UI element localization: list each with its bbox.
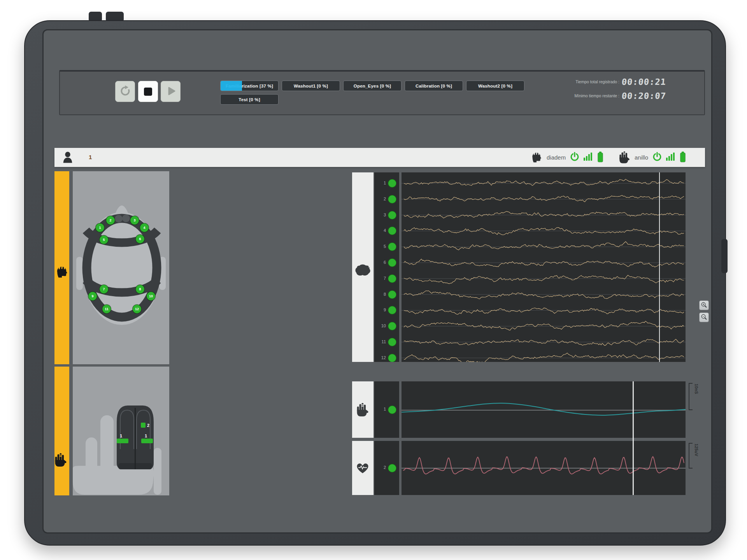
channel-number: 9: [374, 307, 386, 312]
user-count: 1: [89, 154, 92, 160]
channel-number: 1: [374, 181, 386, 185]
eeg-trace: [404, 195, 684, 202]
eeg-trace: [404, 275, 684, 284]
channel-number: 11: [374, 339, 386, 344]
phase-button-washout2[interactable]: Washout2 [0 %]: [466, 81, 524, 91]
stop-icon: [144, 88, 152, 96]
phase-button-familiarization[interactable]: Familiarization [37 %]: [220, 81, 279, 91]
phase-label: Calibration [0 %]: [405, 81, 463, 91]
channel-status-led: [388, 406, 396, 414]
channel-status-led: [388, 354, 396, 362]
channel-number: 1: [374, 407, 386, 411]
zoom-out-icon: [701, 314, 707, 321]
play-button[interactable]: [161, 81, 181, 102]
ecg-trace: [403, 456, 684, 474]
channel-status-led: [388, 274, 396, 283]
channel-number: 4: [374, 228, 386, 233]
channel-number: 12: [374, 355, 386, 360]
eeg-trace: [404, 339, 684, 346]
timer-label: Mínimo tiempo restante :: [569, 93, 622, 98]
eeg-trace: [404, 353, 684, 362]
phase-label: Test [0 %]: [221, 95, 278, 104]
timer-row: Mínimo tiempo restante : 00:20:07: [569, 89, 666, 103]
ring-led: [141, 423, 146, 428]
ring-led-label: 1: [120, 434, 122, 438]
channel-status-led: [388, 322, 396, 330]
ring-hand-icon: [619, 151, 630, 164]
eda-trace-area: [402, 381, 686, 438]
eeg-icon-strip: [352, 172, 374, 362]
zoom-in-button[interactable]: [699, 300, 709, 310]
electrode-number: 3: [133, 218, 135, 222]
battery-icon: [597, 151, 604, 164]
eeg-trace: [404, 211, 684, 218]
phase-button-calibration[interactable]: Calibration [0 %]: [405, 81, 463, 91]
electrode-number: 5: [103, 238, 105, 242]
electrode-number: 11: [105, 307, 109, 311]
ring-led-label: 1: [145, 434, 147, 438]
timer-value: 00:00:21: [621, 77, 666, 87]
channel-status-led: [388, 226, 396, 235]
eda-scale-bracket: [689, 383, 693, 410]
phase-button-washout1[interactable]: Washout1 [0 %]: [282, 81, 340, 91]
channel-status-led: [388, 195, 396, 204]
channel-status-led: [388, 306, 396, 314]
channel-status-led: [388, 179, 396, 188]
device-group-diadem: diadem: [531, 150, 604, 165]
session-timers: Tiempo total registrado : 00:00:21 Mínim…: [569, 75, 666, 103]
device-group-anillo: anillo: [619, 150, 686, 165]
eeg-trace: [404, 228, 684, 235]
eeg-trace: [404, 308, 684, 314]
ecg-icon-strip: [352, 441, 374, 495]
tablet-mockup: Familiarization [37 %]Washout1 [0 %]Open…: [0, 0, 747, 560]
eeg-trace: [404, 242, 684, 250]
panel-divider: [54, 364, 169, 367]
diadem-head-icon: [55, 265, 68, 279]
electrode-number: 7: [103, 287, 105, 291]
zoom-out-button[interactable]: [699, 312, 709, 322]
ecg-channel-strip: 2: [374, 441, 399, 495]
app-screen: Familiarization [37 %]Washout1 [0 %]Open…: [44, 30, 711, 532]
eeg-channel-strip: 123456789101112: [374, 172, 399, 362]
phase-progress-fill: [221, 81, 242, 91]
restart-button[interactable]: [115, 81, 135, 102]
eeg-trace: [404, 291, 684, 299]
stop-button[interactable]: [138, 81, 158, 102]
power-icon: [570, 152, 579, 163]
device-name: diadem: [547, 154, 566, 161]
channel-number: 7: [374, 276, 386, 281]
tablet-side-button: [721, 239, 728, 273]
user-icon[interactable]: [63, 151, 73, 163]
eda-channel-strip: 1: [374, 381, 399, 438]
electrode-number: 4: [143, 226, 145, 230]
ring-led: [141, 439, 153, 443]
channel-number: 5: [374, 244, 386, 249]
eeg-trace: [404, 321, 684, 330]
ecg-scale-bracket: [689, 443, 693, 469]
eeg-trace: [404, 179, 684, 186]
signal-bars-icon: [584, 153, 593, 162]
timer-value: 00:20:07: [621, 91, 666, 101]
hand-montage-panel: 211: [73, 367, 169, 495]
status-bar: 1 diadem anillo: [54, 148, 705, 167]
channel-number: 10: [374, 323, 386, 328]
signal-bars-icon: [666, 153, 675, 162]
channel-number: 2: [374, 197, 386, 201]
channel-status-led: [388, 290, 396, 299]
restart-icon: [119, 85, 131, 98]
hand-icon: [356, 403, 369, 417]
channel-status-led: [388, 211, 396, 219]
phase-button-openeyes[interactable]: Open_Eyes [0 %]: [343, 81, 402, 91]
battery-icon: [679, 151, 686, 164]
channel-status-led: [388, 464, 396, 472]
electrode-number: 8: [139, 287, 141, 291]
channel-number: 8: [374, 292, 386, 297]
ecg-trace-area: [402, 441, 686, 495]
phase-button-test[interactable]: Test [0 %]: [220, 94, 279, 105]
phase-label: Washout1 [0 %]: [282, 81, 340, 91]
ring-led: [117, 439, 128, 443]
electrode-number: 9: [91, 294, 93, 298]
device-name: anillo: [635, 154, 648, 161]
electrode-number: 2: [109, 218, 111, 222]
channel-number: 2: [374, 465, 386, 470]
